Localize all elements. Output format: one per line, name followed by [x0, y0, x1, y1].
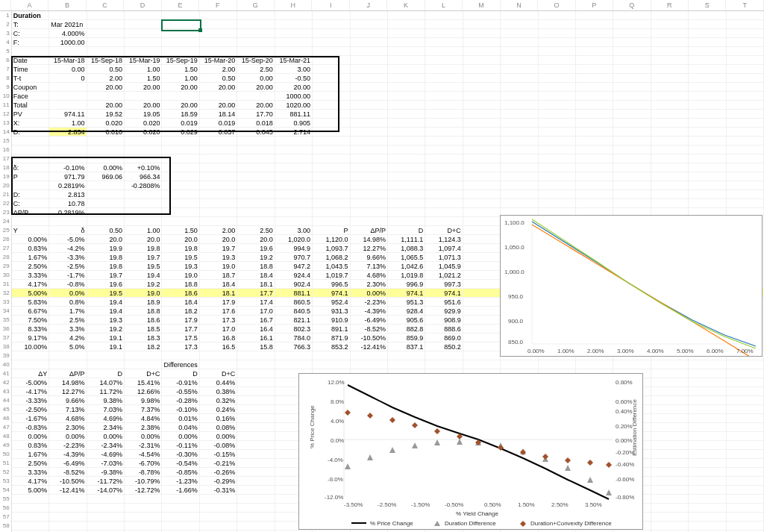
svg-text:1.50%: 1.50%	[518, 501, 535, 508]
svg-text:0.0%: 0.0%	[331, 437, 344, 444]
svg-marker-53	[434, 428, 440, 434]
svg-text:3.50%: 3.50%	[585, 501, 602, 508]
svg-text:3.00%: 3.00%	[617, 348, 634, 354]
svg-text:Duration+Convexity Difference: Duration+Convexity Difference	[530, 520, 612, 527]
svg-text:0.80%: 0.80%	[616, 379, 633, 386]
svg-text:Estimation Difference: Estimation Difference	[631, 399, 638, 456]
svg-text:-3.50%: -3.50%	[344, 501, 363, 508]
svg-marker-48	[606, 489, 612, 495]
svg-text:7.00%: 7.00%	[736, 348, 754, 354]
svg-text:0.60%: 0.60%	[616, 398, 633, 405]
svg-text:4.0%: 4.0%	[331, 418, 344, 425]
svg-text:-4.0%: -4.0%	[328, 457, 343, 463]
svg-marker-75	[520, 521, 526, 527]
spreadsheet[interactable]: ABCDEFGHIJKLMNOPQRST 1Duration2T:Mar 202…	[0, 0, 764, 532]
svg-text:0.50%: 0.50%	[484, 501, 501, 508]
svg-text:-0.60%: -0.60%	[616, 476, 634, 483]
svg-text:1.00%: 1.00%	[557, 348, 574, 354]
column-headers: ABCDEFGHIJKLMNOPQRST	[0, 0, 764, 11]
svg-text:0.00%: 0.00%	[616, 437, 633, 444]
svg-text:0.20%: 0.20%	[616, 423, 633, 430]
svg-text:4.00%: 4.00%	[647, 348, 664, 354]
svg-text:1,000.0: 1,000.0	[504, 269, 525, 275]
svg-text:-0.40%: -0.40%	[616, 461, 634, 468]
svg-marker-59	[565, 457, 571, 463]
svg-text:950.0: 950.0	[508, 293, 524, 300]
svg-text:2.00%: 2.00%	[587, 348, 604, 354]
svg-text:% Yield Change: % Yield Change	[456, 510, 498, 517]
svg-marker-52	[412, 422, 418, 428]
svg-text:5.00%: 5.00%	[677, 348, 694, 354]
svg-text:-2.50%: -2.50%	[378, 501, 396, 508]
svg-marker-61	[606, 462, 612, 468]
svg-text:-12.0%: -12.0%	[325, 494, 343, 501]
svg-text:-1.50%: -1.50%	[411, 501, 430, 508]
chart-differences[interactable]: 12.0%8.0%4.0% 0.0%-4.0%-8.0%-12.0% 0.80%…	[298, 373, 643, 530]
svg-text:% Price Change: % Price Change	[370, 520, 413, 527]
svg-marker-46	[565, 465, 571, 471]
svg-marker-73	[434, 521, 440, 526]
svg-marker-39	[412, 442, 418, 448]
svg-text:-8.0%: -8.0%	[328, 476, 343, 483]
svg-marker-51	[389, 417, 395, 423]
svg-text:-0.80%: -0.80%	[616, 494, 634, 501]
svg-text:2.50%: 2.50%	[551, 501, 569, 508]
svg-text:1,100.0: 1,100.0	[504, 219, 525, 226]
svg-marker-47	[587, 477, 593, 483]
svg-marker-40	[434, 439, 440, 445]
svg-text:% Price Change: % Price Change	[309, 405, 316, 448]
svg-marker-37	[367, 454, 373, 460]
svg-text:-0.50%: -0.50%	[445, 501, 463, 508]
svg-marker-60	[587, 460, 593, 466]
svg-marker-36	[345, 463, 351, 469]
chart-price-vs-yield[interactable]: 1,100.0 1,050.0 1,000.0 950.0 900.0 850.…	[500, 215, 763, 357]
svg-text:Duration Difference: Duration Difference	[445, 520, 496, 527]
svg-text:1,050.0: 1,050.0	[504, 244, 525, 251]
svg-marker-38	[389, 447, 395, 453]
svg-text:0.40%: 0.40%	[616, 408, 633, 415]
svg-marker-58	[542, 454, 548, 460]
svg-text:12.0%: 12.0%	[328, 379, 345, 386]
svg-text:8.0%: 8.0%	[331, 398, 344, 405]
svg-text:850.0: 850.0	[508, 339, 524, 345]
svg-marker-49	[345, 410, 351, 416]
svg-text:6.00%: 6.00%	[707, 348, 724, 354]
svg-text:0.00%: 0.00%	[527, 348, 545, 354]
svg-text:900.0: 900.0	[508, 318, 524, 325]
svg-marker-50	[367, 413, 373, 419]
